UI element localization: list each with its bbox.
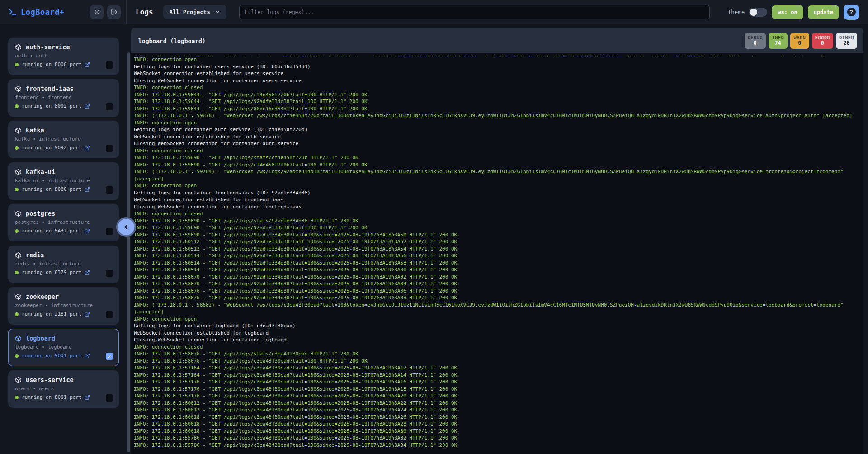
- service-card[interactable]: kafka kafka • infrastructure running on …: [8, 121, 119, 158]
- log-line: Closing WebSocket connection for contain…: [134, 336, 862, 344]
- log-filter-input[interactable]: [239, 5, 710, 19]
- service-meta: users • users: [15, 386, 112, 392]
- service-name: users-service: [26, 376, 74, 383]
- service-card[interactable]: logboard logboard • logboard running on …: [8, 329, 119, 366]
- log-line: WebSocket connection established for log…: [134, 330, 862, 337]
- log-line: INFO: connection closed: [134, 147, 862, 155]
- external-link-icon: [85, 62, 90, 67]
- log-line: INFO: 172.18.0.1:60012 - "GET /api/logs/…: [134, 407, 862, 414]
- log-line: INFO: 172.18.0.1:59690 - "GET /api/logs/…: [134, 154, 862, 161]
- level-badge[interactable]: DEBUG 0: [745, 33, 766, 49]
- service-meta: frontend • frontend: [15, 95, 112, 100]
- log-line: INFO: 172.18.0.1:60018 - "GET /api/logs/…: [134, 428, 862, 435]
- external-link-icon: [85, 312, 90, 317]
- log-line: INFO: connection closed: [134, 210, 862, 218]
- service-select-checkbox[interactable]: [106, 270, 113, 277]
- log-line: INFO: 172.18.0.1:60514 - "GET /api/logs/…: [134, 266, 862, 274]
- page-title: Logs: [136, 8, 153, 16]
- service-card[interactable]: auth-service auth • auth running on 8000…: [8, 38, 119, 75]
- log-line: Getting logs for container logboard (ID:…: [134, 322, 862, 330]
- update-button[interactable]: update: [808, 5, 839, 19]
- open-service-link[interactable]: [85, 187, 90, 192]
- external-link-icon: [85, 228, 90, 234]
- log-line: Closing WebSocket connection for contain…: [134, 77, 862, 85]
- log-line: INFO: 172.18.0.1:59644 - "GET /api/logs/…: [134, 91, 862, 99]
- gear-icon: [94, 9, 100, 15]
- help-button[interactable]: ?: [844, 5, 859, 20]
- service-name: redis: [26, 251, 44, 259]
- service-select-checkbox[interactable]: [106, 228, 113, 235]
- service-card[interactable]: frontend-iaas frontend • frontend runnin…: [8, 79, 119, 117]
- logout-button[interactable]: [107, 5, 121, 19]
- level-badge[interactable]: INFO 74: [769, 33, 788, 49]
- service-card[interactable]: postgres postgres • infrastructure runni…: [8, 204, 119, 241]
- open-service-link[interactable]: [85, 145, 90, 151]
- service-select-checkbox[interactable]: [106, 311, 113, 318]
- service-card-title-row: frontend-iaas: [15, 85, 112, 92]
- level-badge[interactable]: OTHER 26: [836, 33, 857, 49]
- websocket-status-button[interactable]: ws: on: [772, 5, 803, 19]
- settings-button[interactable]: [90, 5, 104, 19]
- log-line: INFO: connection open: [134, 316, 862, 323]
- log-line: INFO: 172.18.0.1:60018 - "GET /api/logs/…: [134, 414, 862, 421]
- log-line: INFO: 172.18.0.1:58676 - "GET /api/logs/…: [134, 294, 862, 302]
- level-badge[interactable]: ERROR 0: [812, 33, 833, 49]
- service-select-checkbox[interactable]: [106, 103, 113, 110]
- log-panel: logboard (logboard) DEBUG 0 INFO 74 WARN…: [131, 28, 863, 454]
- service-status-row: running on 8002 port: [15, 103, 112, 109]
- log-line: INFO: 172.18.0.1:59690 - "GET /api/logs/…: [134, 161, 862, 169]
- service-select-checkbox[interactable]: [106, 186, 113, 194]
- open-service-link[interactable]: [85, 270, 90, 275]
- log-line: INFO: 172.18.0.1:55786 - "GET /api/logs/…: [134, 435, 862, 442]
- open-service-link[interactable]: [85, 395, 90, 400]
- project-filter-dropdown[interactable]: All Projects: [163, 5, 226, 19]
- level-badge-count: 0: [754, 40, 757, 47]
- log-output[interactable]: INFO: ('172.18.0.1', 59640) - "WebSocket…: [131, 53, 863, 454]
- log-line: Getting logs for container users-service…: [134, 63, 862, 71]
- status-dot: [15, 63, 19, 66]
- external-link-icon: [85, 104, 90, 109]
- service-card-title-row: redis: [15, 251, 112, 259]
- service-select-checkbox[interactable]: [106, 61, 113, 69]
- service-card-title-row: logboard: [15, 335, 112, 342]
- log-line: INFO: connection open: [134, 119, 862, 127]
- service-select-checkbox[interactable]: [106, 394, 113, 402]
- chevron-left-icon: [122, 223, 130, 231]
- service-card[interactable]: redis redis • infrastructure running on …: [8, 246, 119, 283]
- open-service-link[interactable]: [85, 62, 90, 67]
- top-bar-main: Logs All Projects Theme ws: on update ?: [127, 0, 868, 24]
- log-line: INFO: 172.18.0.1:60514 - "GET /api/logs/…: [134, 252, 862, 260]
- service-meta: postgres • infrastructure: [15, 219, 112, 225]
- log-line: INFO: 172.18.0.1:58676 - "GET /api/logs/…: [134, 350, 862, 358]
- package-icon: [15, 127, 22, 134]
- open-service-link[interactable]: [85, 104, 90, 109]
- open-service-link[interactable]: [85, 228, 90, 234]
- service-status-text: running on 6379 port: [22, 270, 81, 275]
- service-select-checkbox[interactable]: ✓: [106, 353, 113, 360]
- package-icon: [15, 335, 22, 342]
- service-card[interactable]: zookeeper zookeeper • infrastructure run…: [8, 287, 119, 325]
- service-card[interactable]: users-service users • users running on 8…: [8, 370, 119, 408]
- open-service-link[interactable]: [85, 353, 90, 359]
- open-service-link[interactable]: [85, 312, 90, 317]
- service-name: kafka: [26, 127, 44, 134]
- service-name: auth-service: [26, 43, 70, 51]
- log-line: INFO: 172.18.0.1:59644 - "GET /api/logs/…: [134, 98, 862, 105]
- service-status-row: running on 5432 port: [15, 228, 112, 234]
- external-link-icon: [85, 395, 90, 400]
- service-select-checkbox[interactable]: [106, 145, 113, 152]
- log-line: INFO: 172.18.0.1:59690 - "GET /api/logs/…: [134, 232, 862, 239]
- sidebar-scrollbar-thumb[interactable]: [127, 52, 130, 452]
- level-badge[interactable]: WARN 0: [790, 33, 809, 49]
- status-dot: [15, 396, 19, 399]
- service-card[interactable]: kafka-ui kafka-ui • infrastructure runni…: [8, 162, 119, 200]
- theme-toggle[interactable]: [749, 8, 767, 17]
- chevron-down-icon: [215, 9, 220, 15]
- service-status-row: running on 8001 port: [15, 394, 112, 400]
- top-bar: LogBoard+ Logs All Projects Theme ws: on: [0, 0, 868, 24]
- external-link-icon: [85, 353, 90, 359]
- package-icon: [15, 293, 22, 300]
- sidebar-collapse-button[interactable]: [116, 217, 136, 237]
- log-panel-title: logboard (logboard): [138, 38, 206, 44]
- log-line: INFO: 172.18.0.1:60512 - "GET /api/logs/…: [134, 238, 862, 246]
